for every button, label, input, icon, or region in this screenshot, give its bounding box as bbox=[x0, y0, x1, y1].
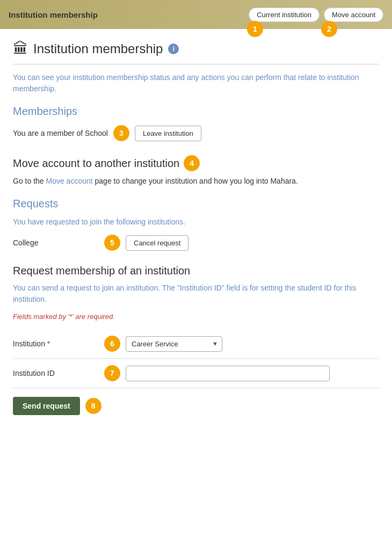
institution-label: Institution * bbox=[13, 339, 99, 348]
requests-heading: Requests bbox=[13, 198, 379, 210]
badge-3: 3 bbox=[113, 125, 129, 141]
move-account-desc: Go to the Move account page to change yo… bbox=[13, 176, 379, 187]
move-account-nav-button[interactable]: Move account bbox=[324, 8, 383, 22]
college-label: College bbox=[13, 238, 99, 247]
institution-select[interactable]: Career Service School College bbox=[126, 336, 222, 352]
send-request-row: Send request 8 bbox=[13, 397, 379, 415]
move-account-heading: Move account to another institution bbox=[13, 157, 179, 170]
move-account-section: Move account to another institution 4 Go… bbox=[13, 155, 379, 187]
badge-8: 8 bbox=[85, 398, 101, 414]
institution-form-row: Institution * 6 Career Service School Co… bbox=[13, 329, 379, 359]
requests-note: You have requested to join the following… bbox=[13, 217, 379, 226]
send-request-button[interactable]: Send request bbox=[13, 397, 80, 415]
bank-icon: 🏛 bbox=[13, 40, 28, 57]
nav-title: Institution membership bbox=[9, 10, 249, 19]
request-membership-heading: Request membership of an institution bbox=[13, 265, 379, 277]
badge-2: 2 bbox=[321, 21, 337, 37]
info-icon[interactable]: i bbox=[168, 43, 179, 54]
institution-id-input[interactable] bbox=[126, 366, 330, 381]
move-desc-suffix: page to change your institution and how … bbox=[93, 177, 298, 185]
cancel-request-button[interactable]: Cancel request bbox=[126, 235, 188, 251]
badge-4: 4 bbox=[184, 155, 200, 171]
memberships-heading: Memberships bbox=[13, 105, 379, 118]
required-note: Fields marked by '*' are required. bbox=[13, 313, 379, 321]
badge-6: 6 bbox=[104, 336, 120, 352]
institution-id-label: Institution ID bbox=[13, 369, 99, 378]
badge-7: 7 bbox=[104, 365, 120, 381]
move-desc-prefix: Go to the bbox=[13, 177, 46, 185]
main-content: 🏛 Institution membership i You can see y… bbox=[0, 29, 392, 442]
institution-id-input-wrapper bbox=[126, 366, 379, 381]
member-label: You are a member of School bbox=[13, 129, 108, 137]
requests-section: Requests You have requested to join the … bbox=[13, 198, 379, 254]
badge-1: 1 bbox=[247, 21, 263, 37]
leave-institution-button[interactable]: Leave institution bbox=[135, 126, 201, 141]
institution-id-form-row: Institution ID 7 bbox=[13, 359, 379, 388]
membership-row: You are a member of School 3 Leave insti… bbox=[13, 125, 379, 144]
request-membership-section: Request membership of an institution You… bbox=[13, 265, 379, 415]
page-description: You can see your institution membership … bbox=[13, 72, 379, 95]
nav-buttons: Current institution Move account bbox=[249, 8, 383, 22]
institution-select-wrapper: Career Service School College ▼ bbox=[126, 336, 379, 352]
request-membership-desc: You can send a request to join an instit… bbox=[13, 282, 379, 305]
page-heading-section: 🏛 Institution membership i bbox=[13, 40, 379, 64]
institution-select-container: Career Service School College ▼ bbox=[126, 336, 222, 352]
top-nav: Institution membership Current instituti… bbox=[0, 0, 392, 29]
badge-5: 5 bbox=[104, 235, 120, 251]
page-title: Institution membership bbox=[33, 41, 163, 56]
college-request-row: College 5 Cancel request bbox=[13, 235, 379, 254]
move-heading-row: Move account to another institution 4 bbox=[13, 155, 379, 171]
move-account-link[interactable]: Move account bbox=[46, 177, 92, 185]
institution-required-star: * bbox=[47, 339, 50, 348]
current-institution-button[interactable]: Current institution bbox=[249, 8, 320, 22]
